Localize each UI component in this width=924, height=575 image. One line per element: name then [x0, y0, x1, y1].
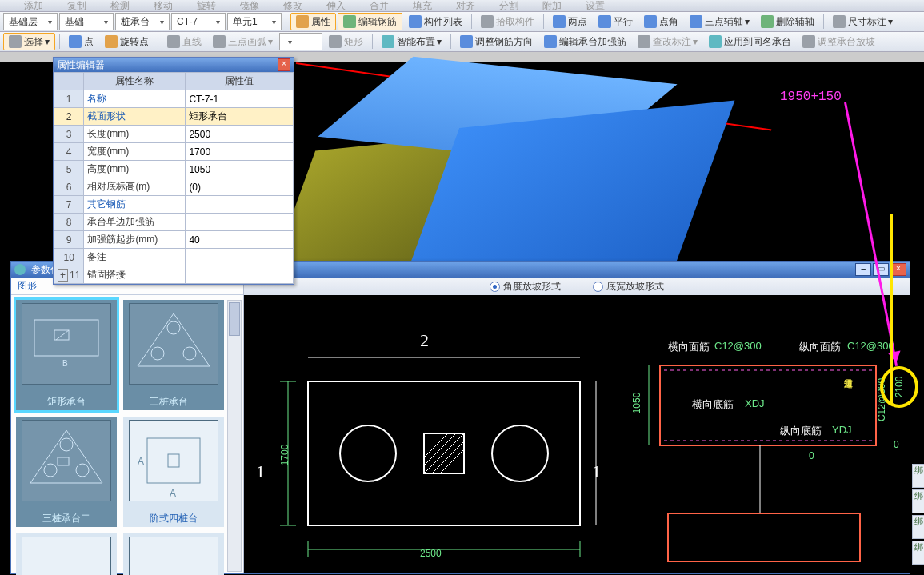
dropdown-component[interactable]: CT-7 — [171, 13, 226, 30]
two-point-button[interactable]: 两点 — [548, 14, 592, 30]
thumbnail-label: 阶式四桩台 — [150, 512, 198, 525]
delete-axis-icon — [761, 15, 774, 28]
property-value[interactable] — [186, 249, 294, 266]
smart-layout-button[interactable]: 智能布置▾ — [377, 34, 446, 50]
menu-split[interactable]: 分割 — [494, 0, 523, 12]
property-row[interactable]: 8承台单边加强筋 — [54, 214, 294, 231]
svg-line-23 — [424, 433, 456, 465]
menu-modify[interactable]: 修改 — [278, 0, 307, 12]
dropdown-subcategory[interactable]: 桩承台 — [115, 13, 170, 30]
property-row[interactable]: 4宽度(mm)1700 — [54, 143, 294, 161]
dropdown-category[interactable]: 基础 — [59, 13, 114, 30]
svg-rect-12 — [58, 457, 69, 465]
radio-angle-slope[interactable]: 角度放坡形式 — [490, 280, 561, 293]
properties-button[interactable]: 属性 — [290, 13, 336, 30]
pick-component-button[interactable]: 拾取构件 — [476, 14, 539, 30]
property-value[interactable]: 1700 — [186, 143, 294, 161]
right-strip-item[interactable]: 绑 — [912, 541, 924, 565]
menu-mirror[interactable]: 镜像 — [235, 0, 264, 12]
drawing-viewport[interactable]: 角度放坡形式 底宽放坡形式 — [244, 278, 910, 573]
property-value[interactable]: 矩形承台 — [186, 108, 294, 126]
right-strip-item[interactable]: 绑 — [912, 489, 924, 513]
menu-rotate[interactable]: 旋转 — [192, 0, 221, 12]
menu-extend[interactable]: 伸入 — [322, 0, 350, 12]
property-value[interactable]: CT-7-1 — [186, 90, 294, 108]
property-value[interactable] — [186, 266, 294, 284]
parallel-button[interactable]: 平行 — [594, 14, 638, 30]
select-button[interactable]: 选择▾ — [3, 33, 55, 50]
property-editor-panel[interactable]: 属性编辑器 × 属性名称 属性值 1名称CT-7-12截面形状矩形承台3长度(m… — [53, 57, 294, 285]
menu-copy[interactable]: 复制 — [62, 0, 91, 12]
property-editor-titlebar[interactable]: 属性编辑器 × — [54, 58, 294, 72]
property-row[interactable]: 10备注 — [54, 249, 294, 266]
pick-icon — [481, 15, 494, 28]
delete-axis-button[interactable]: 删除辅轴 — [756, 14, 819, 30]
col-property-value: 属性值 — [186, 73, 294, 90]
property-row[interactable]: 9加强筋起步(mm)40 — [54, 231, 294, 249]
svg-line-2 — [56, 330, 69, 340]
dropdown-unit[interactable]: 单元1 — [227, 13, 282, 30]
parametric-window[interactable]: 参数化选择 ‒ ▭ × 图形 B矩形承台三桩承台一三桩承台二AA阶式四桩台阶式五… — [10, 261, 910, 574]
property-value[interactable] — [186, 214, 294, 231]
menu-move[interactable]: 移动 — [149, 0, 178, 12]
point-angle-icon — [644, 15, 657, 28]
point-button[interactable]: 点 — [64, 34, 98, 50]
right-strip-item[interactable]: 绑 — [912, 515, 924, 539]
radio-base-slope[interactable]: 底宽放坡形式 — [593, 280, 664, 293]
property-value[interactable]: 2500 — [186, 126, 294, 143]
property-row[interactable]: 6相对底标高(m)(0) — [54, 178, 294, 196]
property-value[interactable]: (0) — [186, 178, 294, 196]
apply-icon — [709, 35, 722, 48]
label-v-bottom: 纵向底筋 — [780, 424, 822, 438]
shape-thumbnail[interactable]: 三桩承台二 — [16, 417, 117, 527]
shape-thumbnail[interactable]: 阶式六桩台 — [123, 533, 224, 575]
right-strip: 绑绑绑绑 — [912, 464, 924, 566]
dim-1050: 1050 — [631, 393, 642, 414]
point-angle-button[interactable]: 点角 — [639, 14, 683, 30]
adjust-slope-button[interactable]: 调整承台放坡 — [798, 34, 880, 50]
arc-icon — [213, 35, 226, 48]
shape-thumbnail[interactable]: AA阶式四桩台 — [123, 417, 224, 527]
menu-settings[interactable]: 设置 — [581, 0, 610, 12]
property-row[interactable]: 1名称CT-7-1 — [54, 90, 294, 108]
menu-fill[interactable]: 填充 — [408, 0, 437, 12]
three-arc-button[interactable]: 三点画弧▾ — [208, 34, 278, 50]
menu-attach[interactable]: 附加 — [538, 0, 566, 12]
line-button[interactable]: 直线 — [162, 34, 206, 50]
close-icon[interactable]: × — [278, 58, 290, 71]
shape-thumbnail[interactable]: B矩形承台 — [16, 300, 117, 410]
property-value[interactable]: 1050 — [186, 161, 294, 178]
shape-thumbnail[interactable]: 阶式五桩台 — [16, 533, 117, 575]
property-row[interactable]: 2截面形状矩形承台 — [54, 108, 294, 126]
menu-add[interactable]: 添加 — [19, 0, 48, 12]
svg-rect-0 — [34, 320, 98, 356]
property-row[interactable]: 7其它钢筋 — [54, 196, 294, 214]
shape-thumbnail[interactable]: 三桩承台一 — [123, 300, 224, 410]
edit-rebar-button[interactable]: 编辑钢筋 — [338, 13, 402, 30]
row-number: 1 — [54, 90, 84, 108]
three-axis-button[interactable]: 三点辅轴▾ — [685, 14, 754, 30]
edit-platform-rebar-button[interactable]: 编辑承台加强筋 — [539, 34, 631, 50]
property-row[interactable]: +11锚固搭接 — [54, 266, 294, 284]
thumbnail-scrollbar[interactable] — [227, 300, 242, 572]
rect-button[interactable]: 矩形 — [324, 34, 368, 50]
menu-align[interactable]: 对齐 — [451, 0, 480, 12]
menu-check[interactable]: 检测 — [106, 0, 134, 12]
menu-merge[interactable]: 合并 — [365, 0, 394, 12]
style-dropdown[interactable] — [279, 33, 322, 50]
check-annotation-button[interactable]: 查改标注▾ — [633, 34, 702, 50]
property-row[interactable]: 5高度(mm)1050 — [54, 161, 294, 178]
property-value[interactable] — [186, 196, 294, 214]
apply-same-button[interactable]: 应用到同名承台 — [704, 34, 796, 50]
adjust-rebar-dir-button[interactable]: 调整钢筋方向 — [455, 34, 538, 50]
property-value[interactable]: 40 — [186, 231, 294, 249]
dropdown-layer[interactable]: 基础层 — [3, 13, 58, 30]
property-row[interactable]: 3长度(mm)2500 — [54, 126, 294, 143]
dimension-button[interactable]: 尺寸标注▾ — [828, 14, 898, 30]
right-strip-item[interactable]: 绑 — [912, 464, 924, 488]
rotate-point-button[interactable]: 旋转点 — [100, 34, 154, 50]
thumbnail-label: 三桩承台一 — [150, 395, 198, 409]
minimize-button[interactable]: ‒ — [855, 263, 871, 276]
component-list-button[interactable]: 构件列表 — [404, 14, 467, 30]
close-button[interactable]: × — [890, 263, 906, 276]
